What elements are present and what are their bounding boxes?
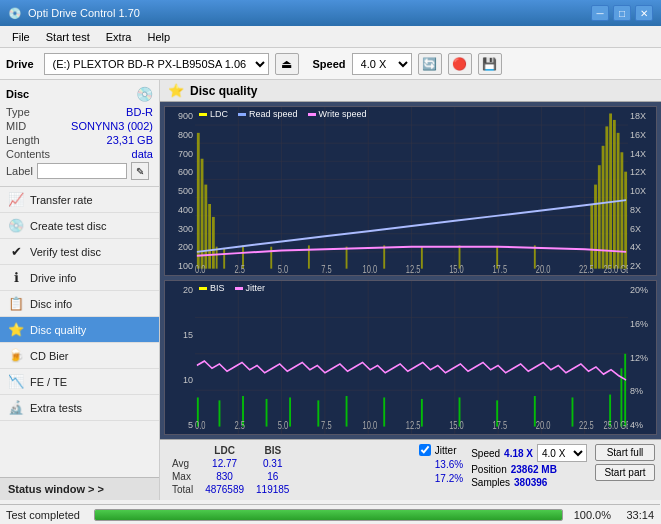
jitter-checkbox[interactable] [419, 444, 431, 456]
svg-rect-23 [223, 248, 225, 269]
eject-button[interactable]: ⏏ [275, 53, 299, 75]
max-ldc: 830 [199, 470, 250, 483]
col-header-bis: BIS [250, 444, 295, 457]
nav-disc-info[interactable]: 📋 Disc info [0, 291, 159, 317]
menu-extra[interactable]: Extra [98, 29, 140, 45]
drive-select[interactable]: (E:) PLEXTOR BD-R PX-LB950SA 1.06 [44, 53, 269, 75]
speed-label: Speed [313, 58, 346, 70]
fe-te-icon: 📉 [8, 374, 24, 389]
drive-label: Drive [6, 58, 34, 70]
nav-disc-quality[interactable]: ⭐ Disc quality [0, 317, 159, 343]
svg-text:10.0: 10.0 [363, 263, 378, 274]
svg-text:12.5: 12.5 [406, 263, 421, 274]
stats-area: LDC BIS Avg 12.77 0.31 Max [160, 439, 661, 500]
disc-section-icon: 💿 [136, 86, 153, 102]
progress-bar-fill [95, 510, 562, 520]
close-button[interactable]: ✕ [635, 5, 653, 21]
legend-bis: BIS [199, 283, 225, 293]
svg-text:22.5: 22.5 [579, 263, 594, 274]
menu-help[interactable]: Help [139, 29, 178, 45]
label-input[interactable] [37, 163, 127, 179]
nav-verify-test-disc[interactable]: ✔ Verify test disc [0, 239, 159, 265]
chart-title-bar: ⭐ Disc quality [160, 80, 661, 102]
svg-text:7.5: 7.5 [321, 263, 331, 274]
menu-file[interactable]: File [4, 29, 38, 45]
svg-text:2.5: 2.5 [235, 419, 246, 432]
svg-rect-69 [266, 399, 268, 427]
max-jitter-value: 17.2% [419, 473, 463, 484]
start-buttons: Start full Start part [595, 444, 655, 481]
total-ldc: 4876589 [199, 483, 250, 496]
menu-bar: File Start test Extra Help [0, 26, 661, 48]
record-button[interactable]: 🔴 [448, 53, 472, 75]
nav-extra-tests[interactable]: 🔬 Extra tests [0, 395, 159, 421]
menu-start-test[interactable]: Start test [38, 29, 98, 45]
save-button[interactable]: 💾 [478, 53, 502, 75]
drive-toolbar: Drive (E:) PLEXTOR BD-R PX-LB950SA 1.06 … [0, 48, 661, 80]
svg-rect-34 [594, 185, 597, 269]
max-label: Max [166, 470, 199, 483]
transfer-rate-icon: 📈 [8, 192, 24, 207]
svg-rect-67 [219, 401, 221, 427]
svg-text:22.5: 22.5 [579, 419, 594, 432]
verify-test-disc-icon: ✔ [8, 244, 24, 259]
nav-drive-info[interactable]: ℹ Drive info [0, 265, 159, 291]
svg-rect-27 [346, 247, 348, 269]
top-chart-legend: LDC Read speed Write speed [199, 109, 366, 119]
maximize-button[interactable]: □ [613, 5, 631, 21]
status-window-button[interactable]: Status window > > [0, 477, 159, 500]
start-full-button[interactable]: Start full [595, 444, 655, 461]
nav-create-test-disc[interactable]: 💿 Create test disc [0, 213, 159, 239]
svg-text:20.0: 20.0 [536, 263, 551, 274]
legend-write-speed-color [308, 113, 316, 116]
col-header-ldc: LDC [199, 444, 250, 457]
start-part-button[interactable]: Start part [595, 464, 655, 481]
nav-cd-bier[interactable]: 🍺 CD Bier [0, 343, 159, 369]
svg-rect-42 [624, 172, 627, 269]
svg-rect-37 [605, 126, 608, 268]
status-window-label: Status window > > [8, 483, 104, 495]
nav-disc-info-label: Disc info [30, 298, 72, 310]
nav-cd-bier-label: CD Bier [30, 350, 69, 362]
svg-rect-38 [609, 113, 612, 268]
label-field-label: Label [6, 165, 33, 177]
legend-read-speed: Read speed [238, 109, 298, 119]
svg-text:5.0: 5.0 [278, 263, 288, 274]
label-edit-button[interactable]: ✎ [131, 162, 149, 180]
legend-ldc-color [199, 113, 207, 116]
svg-text:7.5: 7.5 [321, 419, 332, 432]
svg-rect-71 [317, 401, 319, 427]
svg-text:0.0: 0.0 [195, 263, 205, 274]
progress-bar-container [94, 509, 563, 521]
svg-rect-21 [212, 217, 215, 269]
app-title: Opti Drive Control 1.70 [28, 7, 140, 19]
nav-verify-test-disc-label: Verify test disc [30, 246, 101, 258]
svg-rect-17 [197, 133, 200, 269]
drive-info-icon: ℹ [8, 270, 24, 285]
top-chart-y-left: 900 800 700 600 500 400 300 200 100 [165, 107, 195, 275]
speed-select[interactable]: 4.0 X Max 8.0 X [352, 53, 412, 75]
nav-disc-quality-label: Disc quality [30, 324, 86, 336]
disc-quality-icon: ⭐ [8, 322, 24, 337]
svg-text:10.0: 10.0 [363, 419, 378, 432]
avg-jitter-value: 13.6% [419, 459, 463, 470]
nav-fe-te-label: FE / TE [30, 376, 67, 388]
samples-label: Samples [471, 477, 510, 488]
refresh-button[interactable]: 🔄 [418, 53, 442, 75]
nav-fe-te[interactable]: 📉 FE / TE [0, 369, 159, 395]
svg-rect-73 [383, 398, 385, 427]
charts-area: 900 800 700 600 500 400 300 200 100 [160, 102, 661, 439]
svg-text:17.5: 17.5 [492, 419, 507, 432]
bottom-chart-legend: BIS Jitter [199, 283, 265, 293]
title-bar: 💿 Opti Drive Control 1.70 ─ □ ✕ [0, 0, 661, 26]
mid-value: SONYNN3 (002) [71, 120, 153, 132]
minimize-button[interactable]: ─ [591, 5, 609, 21]
max-bis: 16 [250, 470, 295, 483]
speed-control-select[interactable]: 4.0 X Max [537, 444, 587, 462]
chart-title-text: Disc quality [190, 84, 257, 98]
stats-max-row: Max 830 16 [166, 470, 295, 483]
nav-transfer-rate[interactable]: 📈 Transfer rate [0, 187, 159, 213]
svg-rect-29 [421, 247, 423, 269]
svg-text:2.5: 2.5 [235, 263, 245, 274]
svg-text:5.0: 5.0 [278, 419, 289, 432]
